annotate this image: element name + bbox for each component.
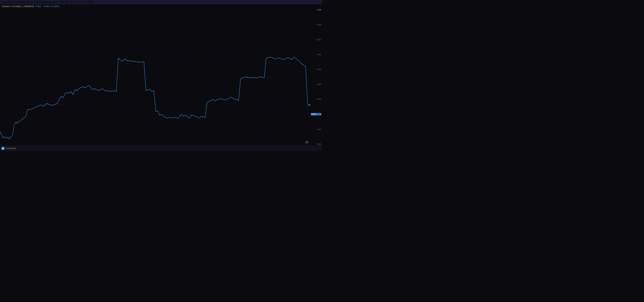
chart-container: owiebest published on TradingView.com, J…	[0, 0, 322, 151]
tradingview-text: TradingView	[5, 147, 16, 149]
price-label-0615: 0.615	[311, 69, 321, 70]
tradingview-logo: TV TradingView	[2, 147, 16, 150]
price-label-0613: 0.613	[311, 98, 321, 100]
price-label-0616: 0.616	[311, 54, 321, 56]
chart-header: Cardano / US Dollar, 1, BINANCE 0.612 −0…	[2, 4, 59, 8]
bottom-bar: TV TradingView	[0, 145, 322, 151]
price-label-0612-current: 0.612	[311, 113, 321, 115]
currency-label: USD	[318, 9, 321, 11]
price-label-0617: 0.617	[311, 39, 321, 41]
price-axis: 0.619 0.618 0.617 0.616 0.615 0.614 0.61…	[310, 9, 322, 145]
chart-area[interactable]	[0, 9, 310, 145]
price-label-0614: 0.614	[311, 84, 321, 85]
lightning-icon[interactable]: ⚡	[305, 140, 308, 144]
price-label-0611: 0.611	[311, 129, 321, 130]
price-label-0610: 0.610	[311, 143, 321, 145]
price-change: −0.001 (−0.16%)	[43, 5, 59, 8]
price-label-0618: 0.618	[311, 24, 321, 26]
attribution-text: owiebest published on TradingView.com, J…	[2, 1, 94, 4]
top-bar: owiebest published on TradingView.com, J…	[0, 0, 322, 4]
symbol-info: Cardano / US Dollar, 1, BINANCE	[2, 5, 34, 8]
current-price: 0.612	[36, 5, 41, 8]
tv-icon: TV	[2, 147, 4, 150]
